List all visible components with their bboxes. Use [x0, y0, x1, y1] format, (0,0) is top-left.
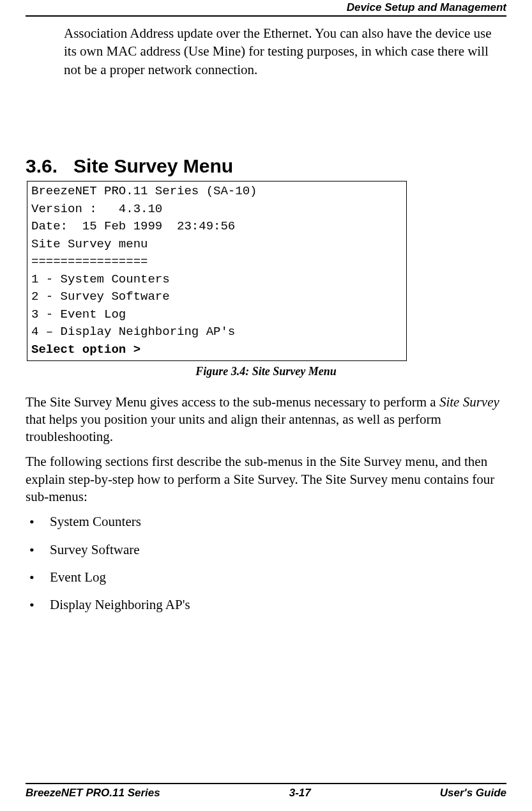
footer-left: BreezeNET PRO.11 Series — [26, 787, 160, 799]
list-item: Display Neighboring AP's — [26, 596, 506, 614]
section-number: 3.6. — [26, 155, 57, 176]
list-item: Survey Software — [26, 541, 506, 559]
code-line: BreezeNET PRO.11 Series (SA-10) — [31, 183, 402, 201]
terminal-box: BreezeNET PRO.11 Series (SA-10) Version … — [27, 181, 407, 360]
body-paragraph-1: The Site Survey Menu gives access to the… — [26, 394, 506, 446]
list-item: Event Log — [26, 569, 506, 586]
list-item-text: Survey Software — [50, 542, 140, 557]
bullet-list: System Counters Survey Software Event Lo… — [26, 513, 506, 614]
code-line: Site Survey menu — [31, 236, 402, 254]
list-item-text: Event Log — [50, 569, 106, 585]
para1-part-a: The Site Survey Menu gives access to the… — [26, 394, 439, 410]
body-paragraph-2: The following sections first describe th… — [26, 453, 506, 506]
code-line: Version : 4.3.10 — [31, 201, 402, 219]
code-line: 4 – Display Neighboring AP's — [31, 323, 402, 341]
footer-page-number: 3-17 — [289, 787, 311, 799]
footer-right: User's Guide — [440, 787, 506, 799]
code-line: ================ — [31, 253, 402, 271]
continuation-paragraph: Association Address update over the Ethe… — [64, 24, 506, 79]
list-item-text: Display Neighboring AP's — [50, 597, 190, 612]
page-header: Device Setup and Management — [26, 0, 506, 17]
header-title: Device Setup and Management — [347, 1, 506, 13]
section-heading: 3.6. Site Survey Menu — [26, 155, 506, 177]
figure-caption: Figure 3.4: Site Survey Menu — [26, 365, 506, 378]
code-line: 1 - System Counters — [31, 271, 402, 289]
page-footer: BreezeNET PRO.11 Series 3-17 User's Guid… — [26, 783, 506, 799]
para1-part-c: that helps you position your units and a… — [26, 412, 441, 444]
code-line: 2 - Survey Software — [31, 288, 402, 306]
list-item: System Counters — [26, 513, 506, 530]
code-prompt: Select option > — [31, 341, 402, 359]
section-title: Site Survey Menu — [73, 155, 233, 176]
list-item-text: System Counters — [50, 514, 141, 529]
code-line: Date: 15 Feb 1999 23:49:56 — [31, 218, 402, 236]
para1-italic: Site Survey — [439, 394, 499, 410]
code-line: 3 - Event Log — [31, 306, 402, 324]
